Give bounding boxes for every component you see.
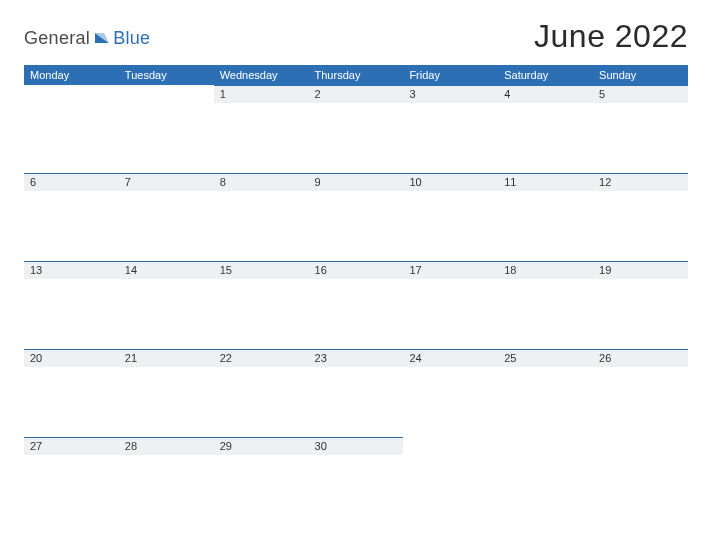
day-number: 23 [309, 349, 404, 367]
day-cell: 5 [593, 85, 688, 173]
day-number: 1 [214, 85, 309, 103]
day-number: 10 [403, 173, 498, 191]
day-number: 26 [593, 349, 688, 367]
day-header: Monday [24, 65, 119, 85]
logo: General Blue [24, 28, 150, 55]
day-number: 24 [403, 349, 498, 367]
day-cell: 28 [119, 437, 214, 525]
day-cell: 6 [24, 173, 119, 261]
day-cell: 9 [309, 173, 404, 261]
calendar-grid: Monday Tuesday Wednesday Thursday Friday… [24, 65, 688, 525]
day-number: 18 [498, 261, 593, 279]
day-number: 22 [214, 349, 309, 367]
calendar-header: General Blue June 2022 [24, 18, 688, 55]
day-number: 4 [498, 85, 593, 103]
day-cell: . [24, 85, 119, 173]
logo-text-blue: Blue [113, 28, 150, 49]
day-cell: 8 [214, 173, 309, 261]
day-number: 9 [309, 173, 404, 191]
day-cell: 15 [214, 261, 309, 349]
day-cell: 24 [403, 349, 498, 437]
day-number: 8 [214, 173, 309, 191]
day-cell: 10 [403, 173, 498, 261]
day-number: 2 [309, 85, 404, 103]
week-row: 27282930... [24, 437, 688, 525]
day-number: 27 [24, 437, 119, 455]
day-cell: . [593, 437, 688, 525]
day-cell: 19 [593, 261, 688, 349]
week-row: 13141516171819 [24, 261, 688, 349]
week-row: 20212223242526 [24, 349, 688, 437]
day-number: 14 [119, 261, 214, 279]
month-year-title: June 2022 [534, 18, 688, 55]
week-row: 6789101112 [24, 173, 688, 261]
day-number: 28 [119, 437, 214, 455]
day-cell: 18 [498, 261, 593, 349]
day-cell: 13 [24, 261, 119, 349]
day-number: 7 [119, 173, 214, 191]
day-cell: 2 [309, 85, 404, 173]
day-cell: 17 [403, 261, 498, 349]
day-number: 5 [593, 85, 688, 103]
day-cell: . [119, 85, 214, 173]
day-cell: 11 [498, 173, 593, 261]
day-cell: . [498, 437, 593, 525]
day-number: 12 [593, 173, 688, 191]
day-header: Friday [403, 65, 498, 85]
day-cell: 27 [24, 437, 119, 525]
day-cell: 21 [119, 349, 214, 437]
day-cell: . [403, 437, 498, 525]
day-cell: 16 [309, 261, 404, 349]
day-header-row: Monday Tuesday Wednesday Thursday Friday… [24, 65, 688, 85]
day-cell: 3 [403, 85, 498, 173]
logo-text-general: General [24, 28, 90, 49]
day-number: 15 [214, 261, 309, 279]
day-cell: 14 [119, 261, 214, 349]
day-cell: 7 [119, 173, 214, 261]
day-number: 13 [24, 261, 119, 279]
day-number: 11 [498, 173, 593, 191]
day-number: 30 [309, 437, 404, 455]
logo-triangle-icon [94, 32, 110, 46]
day-cell: 23 [309, 349, 404, 437]
day-cell: 29 [214, 437, 309, 525]
day-header: Wednesday [214, 65, 309, 85]
day-header: Saturday [498, 65, 593, 85]
day-number: 21 [119, 349, 214, 367]
day-cell: 12 [593, 173, 688, 261]
day-number: 17 [403, 261, 498, 279]
day-number: 29 [214, 437, 309, 455]
day-cell: 1 [214, 85, 309, 173]
day-number: 25 [498, 349, 593, 367]
day-header: Sunday [593, 65, 688, 85]
day-number: 19 [593, 261, 688, 279]
day-number: 20 [24, 349, 119, 367]
day-header: Tuesday [119, 65, 214, 85]
day-number: 16 [309, 261, 404, 279]
day-header: Thursday [309, 65, 404, 85]
week-row: ..12345 [24, 85, 688, 173]
day-cell: 22 [214, 349, 309, 437]
day-number: 3 [403, 85, 498, 103]
day-cell: 20 [24, 349, 119, 437]
day-number: 6 [24, 173, 119, 191]
day-cell: 30 [309, 437, 404, 525]
day-cell: 4 [498, 85, 593, 173]
day-cell: 26 [593, 349, 688, 437]
day-cell: 25 [498, 349, 593, 437]
